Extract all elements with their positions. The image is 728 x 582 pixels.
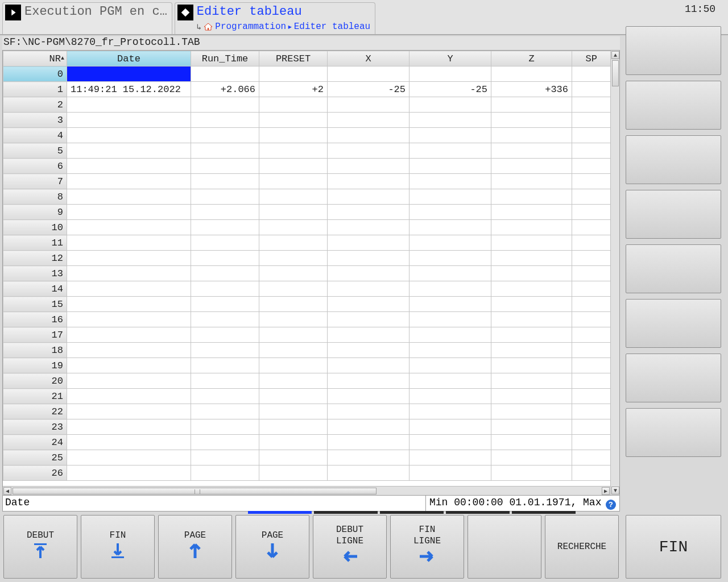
cell-z[interactable] [491,312,572,327]
cell-date[interactable] [67,404,191,419]
cell-run_time[interactable] [191,143,259,159]
table-row[interactable]: 25 [3,450,613,465]
hardkey-6[interactable] [626,299,721,348]
cell-run_time[interactable] [191,465,259,481]
hardkey-8[interactable] [626,408,721,457]
hardkey-3[interactable] [626,135,721,184]
cell-nr[interactable]: 4 [3,128,67,143]
cell-y[interactable] [410,450,491,465]
protocol-table[interactable]: NR▲DateRun_TimePRESETXYZSP 0111:49:21 15… [3,51,613,481]
col-header-z[interactable]: Z [491,51,572,66]
cell-nr[interactable]: 20 [3,373,67,389]
col-header-y[interactable]: Y [410,51,491,66]
cell-spa[interactable] [572,220,613,235]
horizontal-scrollbar[interactable]: ◀ ▶ [3,486,610,495]
softkey-page-3[interactable] [446,511,510,514]
scroll-right-icon[interactable]: ▶ [602,487,610,495]
cell-date[interactable] [67,312,191,327]
softkey-page-0[interactable] [248,511,312,514]
cell-z[interactable] [491,66,572,82]
cell-date[interactable] [67,343,191,358]
cell-spa[interactable] [572,205,613,220]
table-row[interactable]: 13 [3,266,613,281]
scroll-thumb-vertical[interactable] [612,60,619,86]
cell-y[interactable] [410,220,491,235]
cell-z[interactable]: +336 [491,82,572,97]
cell-preset[interactable] [259,189,328,205]
cell-z[interactable] [491,266,572,281]
cell-z[interactable] [491,97,572,113]
cell-x[interactable] [328,174,410,189]
cell-x[interactable] [328,465,410,481]
col-header-preset[interactable]: PRESET [259,51,328,66]
cell-date[interactable]: 11:49:21 15.12.2022 [67,82,191,97]
cell-run_time[interactable] [191,450,259,465]
cell-spa[interactable] [572,143,613,159]
cell-z[interactable] [491,358,572,373]
hardkey-2[interactable] [626,81,721,130]
cell-preset[interactable] [259,159,328,174]
cell-x[interactable] [328,235,410,251]
cell-spa[interactable] [572,373,613,389]
cell-nr[interactable]: 12 [3,251,67,266]
cell-nr[interactable]: 8 [3,189,67,205]
cell-z[interactable] [491,128,572,143]
cell-preset[interactable] [259,66,328,82]
cell-preset[interactable] [259,419,328,435]
cell-nr[interactable]: 11 [3,235,67,251]
cell-date[interactable] [67,174,191,189]
cell-run_time[interactable] [191,404,259,419]
hardkey-1[interactable] [626,26,721,75]
cell-preset[interactable] [259,266,328,281]
cell-spa[interactable] [572,82,613,97]
cell-y[interactable] [410,312,491,327]
cell-date[interactable] [67,235,191,251]
cell-z[interactable] [491,450,572,465]
cell-preset[interactable] [259,97,328,113]
cell-date[interactable] [67,419,191,435]
cell-run_time[interactable] [191,266,259,281]
cell-date[interactable] [67,66,191,82]
cell-nr[interactable]: 24 [3,435,67,450]
table-row[interactable]: 3 [3,113,613,128]
cell-date[interactable] [67,97,191,113]
table-row[interactable]: 9 [3,205,613,220]
col-header-spa[interactable]: SP [572,51,613,66]
cell-run_time[interactable] [191,235,259,251]
softkey-fin[interactable]: FIN [81,515,155,579]
cell-nr[interactable]: 13 [3,266,67,281]
cell-preset[interactable] [259,389,328,404]
cell-date[interactable] [67,435,191,450]
cell-preset[interactable] [259,251,328,266]
cell-spa[interactable] [572,281,613,297]
cell-run_time[interactable] [191,435,259,450]
cell-spa[interactable] [572,450,613,465]
mode-tab-edit-table[interactable]: Editer tableau ↳ Programmation ▸ Editer … [175,2,375,34]
softkey-debut-ligne[interactable]: DEBUTLIGNE [313,515,387,579]
cell-y[interactable] [410,373,491,389]
cell-x[interactable] [328,220,410,235]
cell-nr[interactable]: 6 [3,159,67,174]
hardkey-7[interactable] [626,354,721,402]
cell-y[interactable] [410,435,491,450]
table-row[interactable]: 11 [3,235,613,251]
cell-nr[interactable]: 3 [3,113,67,128]
cell-y[interactable] [410,343,491,358]
cell-spa[interactable] [572,419,613,435]
table-row[interactable]: 22 [3,404,613,419]
col-header-run_time[interactable]: Run_Time [191,51,259,66]
cell-preset[interactable] [259,312,328,327]
cell-date[interactable] [67,465,191,481]
cell-nr[interactable]: 22 [3,404,67,419]
cell-date[interactable] [67,281,191,297]
cell-run_time[interactable]: +2.066 [191,82,259,97]
cell-z[interactable] [491,343,572,358]
cell-x[interactable] [328,358,410,373]
cell-run_time[interactable] [191,281,259,297]
cell-x[interactable] [328,251,410,266]
cell-nr[interactable]: 5 [3,143,67,159]
cell-x[interactable] [328,97,410,113]
cell-y[interactable] [410,143,491,159]
cell-y[interactable] [410,281,491,297]
cell-nr[interactable]: 0 [3,66,67,82]
